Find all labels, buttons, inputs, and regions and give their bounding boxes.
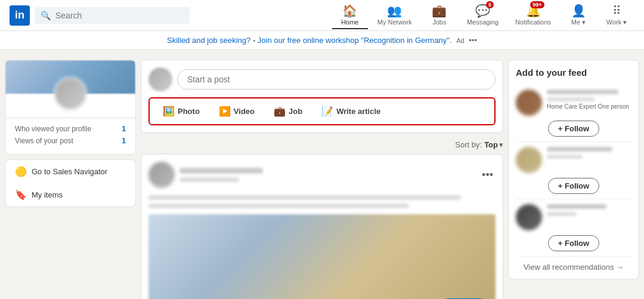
suggestion-item-2: + Follow [516,142,631,199]
ad-cta[interactable]: Join our free online workshop "Recogniti… [258,36,452,45]
text-line [148,204,409,208]
ad-label: Ad [456,37,464,44]
post-input[interactable] [177,69,496,90]
sort-chevron-icon[interactable]: ▾ [499,140,503,149]
avatar[interactable] [54,77,87,110]
center-feed: 🖼️ Photo ▶️ Video 💼 Job 📝 Write article [141,60,503,299]
suggestion-top-2 [516,147,631,173]
suggestion-name-2 [547,147,612,152]
feed-post-card: ••• + Follow [141,154,503,299]
suggestion-name-1 [547,90,618,94]
nav-item-me[interactable]: 👤 Me ▾ [561,1,596,30]
stat-label-post-views: Views of your post [15,137,73,145]
sort-value[interactable]: Top [484,140,498,149]
suggestion-info-3 [547,204,631,216]
feed-post-content: + Follow [141,195,503,299]
follow-button-3[interactable]: + Follow [548,235,599,251]
follow-button-2[interactable]: + Follow [548,178,599,194]
feed-post-options-icon[interactable]: ••• [479,167,496,184]
feed-post-info [179,168,475,182]
notifications-badge: 99+ [530,1,544,8]
profile-stats: Who viewed your profile 1 Views of your … [5,118,135,154]
stat-row-views[interactable]: Who viewed your profile 1 [15,123,126,135]
post-avatar [148,67,172,91]
work-icon: ⠿ [612,4,621,18]
suggestion-top-1: Home Care Expert One person [516,90,631,116]
sidebar-item-sales-navigator[interactable]: 🟡 Go to Sales Navigator [5,160,135,183]
ad-banner: Skilled and job seeking? - Join our free… [0,31,644,50]
nav-label-my-network: My Network [377,19,412,26]
feed-suggestions: Add to your feed Home Care Expert One pe… [508,60,639,279]
post-input-row [148,67,496,91]
notifications-icon: 🔔99+ [526,4,541,18]
sort-row: Sort by: Top ▾ [141,138,503,154]
nav-item-messaging[interactable]: 💬5 Messaging [460,1,506,29]
me-icon: 👤 [571,4,586,18]
video-label: Video [234,107,255,116]
text-line [148,195,461,200]
photo-icon: 🖼️ [163,106,175,117]
feed-post-avatar[interactable] [148,162,175,188]
bookmark-icon: 🔖 [15,189,27,201]
nav-label-me: Me ▾ [571,19,586,26]
ad-separator: - [253,36,258,45]
video-icon: ▶️ [219,106,231,117]
feed-post-name [179,168,263,174]
suggestion-info-1: Home Care Expert One person [547,90,631,110]
home-icon: 🏠 [342,4,357,18]
sales-navigator-icon: 🟡 [15,166,27,177]
nav-item-work[interactable]: ⠿ Work ▾ [599,1,634,30]
sidebar-nav-label-my-items: My items [32,190,63,199]
suggestion-sub-1 [547,97,595,101]
messaging-icon: 💬5 [475,4,490,18]
suggestion-sub-2 [547,155,583,159]
stat-label-views: Who viewed your profile [15,125,91,133]
nav-bar: 🏠 Home 👥 My Network 💼 Jobs 💬5 Messaging … [332,1,634,30]
suggestions-title: Add to your feed [516,67,631,78]
suggestion-avatar-2 [516,147,542,173]
photo-label: Photo [178,107,200,116]
sort-label: Sort by: [455,140,482,149]
suggestion-name-3 [547,204,606,209]
search-input[interactable] [55,11,184,20]
stat-value-views: 1 [122,125,126,133]
ad-dots[interactable]: ••• [469,36,477,45]
suggestion-top-3 [516,204,631,230]
jobs-icon: 💼 [432,4,447,18]
post-action-video[interactable]: ▶️ Video [210,102,263,121]
post-action-photo[interactable]: 🖼️ Photo [154,102,208,121]
view-all-recommendations[interactable]: View all recommendations → [516,263,631,272]
nav-item-notifications[interactable]: 🔔99+ Notifications [508,1,558,29]
feed-post-header: ••• [141,155,503,195]
stat-row-post-views[interactable]: Views of your post 1 [15,135,126,147]
post-action-job[interactable]: 💼 Job [265,102,311,121]
post-box: 🖼️ Photo ▶️ Video 💼 Job 📝 Write article [141,60,503,133]
stat-value-post-views: 1 [122,137,126,145]
suggestion-avatar-1 [516,90,542,116]
search-bar[interactable]: 🔍 [35,7,190,24]
post-action-write-article[interactable]: 📝 Write article [313,102,389,121]
nav-item-home[interactable]: 🏠 Home [332,1,368,29]
nav-label-notifications: Notifications [515,19,551,26]
suggestion-detail-1: Home Care Expert One person [547,103,631,110]
nav-item-jobs[interactable]: 💼 Jobs [422,1,457,29]
suggestion-sub-3 [547,212,577,216]
left-sidebar: Who viewed your profile 1 Views of your … [5,60,136,299]
feed-post-text [148,195,496,208]
my-network-icon: 👥 [387,4,402,18]
feed-post-image [148,214,496,299]
feed-post-subtitle [179,177,239,182]
sidebar-nav-label-sales: Go to Sales Navigator [32,167,107,176]
follow-button-1[interactable]: + Follow [548,121,599,137]
job-label: Job [289,107,302,116]
suggestion-item-3: + Follow [516,199,631,257]
job-icon: 💼 [274,106,286,117]
suggestion-item-1: Home Care Expert One person + Follow [516,85,631,142]
messaging-badge: 5 [486,1,494,8]
write-article-icon: 📝 [321,106,333,117]
ad-link[interactable]: Skilled and job seeking? [167,36,250,45]
nav-label-home: Home [341,19,358,26]
nav-item-my-network[interactable]: 👥 My Network [370,1,419,29]
linkedin-logo[interactable]: in [10,5,30,26]
sidebar-item-my-items[interactable]: 🔖 My items [5,183,135,206]
